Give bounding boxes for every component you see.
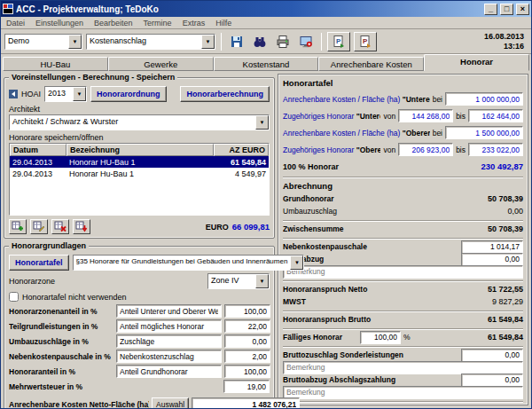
tab-anrechenbare-kosten[interactable]: Anrechenbare Kosten xyxy=(318,57,424,71)
sonderleistungen-input[interactable] xyxy=(461,349,523,362)
param-value-input[interactable] xyxy=(224,334,270,348)
param-value-input[interactable] xyxy=(224,304,270,318)
chevron-down-icon[interactable]: ▼ xyxy=(255,274,269,288)
param-desc-input[interactable] xyxy=(116,304,222,318)
param-desc-input[interactable] xyxy=(116,350,222,363)
oberer-honorar-von-input[interactable] xyxy=(398,143,453,156)
toolbar-separator xyxy=(321,33,322,51)
app-window: ACC - Projektverwaltung; TeDoKo _ □ × Da… xyxy=(0,0,532,409)
faellig-prozent-input[interactable] xyxy=(360,331,401,344)
chevron-down-icon[interactable]: ▼ xyxy=(73,87,86,101)
menu-termine[interactable]: Termine xyxy=(144,19,172,28)
nav-back-icon[interactable] xyxy=(9,90,18,98)
unterer-kosten-input[interactable] xyxy=(445,92,523,106)
oberer-honorar-label: Zugehöriges Honorar "Oberer Wert" xyxy=(283,146,380,154)
column-header-az-euro[interactable]: AZ EURO xyxy=(214,144,269,156)
close-button[interactable]: × xyxy=(516,4,529,15)
column-header-datum[interactable]: Datum xyxy=(10,144,66,156)
param-value-input[interactable] xyxy=(224,319,270,333)
param-row: Mehrwertsteuer in % xyxy=(9,380,270,393)
search-button[interactable] xyxy=(250,32,270,51)
report-button-1[interactable]: P xyxy=(327,32,350,51)
tafel-checkbox-row: Honorartafel nicht verwenden xyxy=(9,292,270,302)
save-button[interactable] xyxy=(227,32,246,51)
oberer-honorar-bis-input[interactable] xyxy=(468,143,523,156)
download-icon xyxy=(75,221,88,232)
tafel-select[interactable]: §35 Honorare für Grundleistungen bei Geb… xyxy=(73,255,305,271)
sonderleistungen-row: Bruttozuschlag Sonderleistungen xyxy=(283,350,523,360)
oberer-kosten-input[interactable] xyxy=(445,126,523,139)
umbauzuschlag-value: 0,00 xyxy=(507,207,523,216)
auswahl-button[interactable]: Auswahl xyxy=(152,397,189,408)
table-row[interactable]: 29.04.2013 Honorar Hu-Bau 1 4 549,97 xyxy=(10,168,269,179)
netto-flaeche-input[interactable] xyxy=(192,397,300,408)
nebenkosten-input[interactable] xyxy=(461,240,523,254)
param-value-input[interactable] xyxy=(223,380,270,393)
param-desc-input[interactable] xyxy=(116,365,222,378)
abschlag-input[interactable] xyxy=(461,374,523,387)
param-row: Umbauzuschläge in % xyxy=(9,334,270,348)
bemerkung-input[interactable] xyxy=(283,265,523,279)
honorarordnung-button[interactable]: Honorarordnung xyxy=(90,86,167,102)
honorarzone-select[interactable]: Zone IV ▼ xyxy=(207,273,270,289)
nebenkosten-label: Nebenkostenpauschale xyxy=(283,242,458,251)
add-honorar-button[interactable] xyxy=(9,219,27,234)
menu-einstellungen[interactable]: Einstellungen xyxy=(35,19,83,28)
export-honorar-button[interactable] xyxy=(73,219,90,234)
tab-hu-bau[interactable]: HU-Bau xyxy=(3,57,108,71)
param-value-input[interactable] xyxy=(224,350,270,363)
unterer-kosten-label: Anrechenbare Kosten / Fläche (ha) "Unter… xyxy=(283,95,430,104)
open-honorar-button[interactable] xyxy=(30,219,48,234)
mode-select[interactable]: Kostenanschlag ▼ xyxy=(86,34,215,50)
unterer-honorar-label: Zugehöriges Honorar "Unterer Wert" xyxy=(283,112,380,121)
bemerkung-input[interactable] xyxy=(283,386,523,399)
bis-label: bis xyxy=(456,112,466,121)
param-desc-input[interactable] xyxy=(116,319,222,333)
table-row[interactable]: 29.04.2013 Honorar HU-Bau 1 61 549,84 xyxy=(10,156,269,168)
architekt-select[interactable]: Architekt / Schwarz & Wurster ▼ xyxy=(9,114,270,130)
column-header-bezeichnung[interactable]: Bezeichnung xyxy=(66,144,214,156)
tab-gewerke[interactable]: Gewerke xyxy=(108,57,214,71)
menu-bearbeiten[interactable]: Bearbeiten xyxy=(94,19,133,28)
chevron-down-icon[interactable]: ▼ xyxy=(68,35,82,49)
honorar-100-value: 230 492,87 xyxy=(481,161,523,171)
honorartafel-nicht-verwenden-label: Honorartafel nicht verwenden xyxy=(22,293,127,302)
sonderleistungen-label: Bruttozuschlag Sonderleistungen xyxy=(283,350,458,359)
tab-kostenstand[interactable]: Kostenstand xyxy=(214,57,319,71)
menu-hilfe[interactable]: Hilfe xyxy=(215,19,231,28)
bemerkung-input[interactable] xyxy=(283,361,523,374)
tab-honorar[interactable]: Honorar xyxy=(424,54,529,71)
umbauzuschlag-label: Umbauzuschlag xyxy=(283,207,505,216)
chevron-down-icon[interactable]: ▼ xyxy=(201,35,215,49)
honorartafel-nicht-verwenden-checkbox[interactable] xyxy=(9,292,19,302)
menu-extras[interactable]: Extras xyxy=(183,19,206,28)
unterer-honorar-von-input[interactable] xyxy=(398,109,453,122)
honorartafel-button[interactable]: Honorartafel xyxy=(9,255,69,271)
hoai-label: HOAI xyxy=(21,90,41,98)
mwst-value: 9 827,29 xyxy=(492,297,523,306)
chevron-down-icon[interactable]: ▼ xyxy=(255,115,269,130)
param-value-input[interactable] xyxy=(224,365,270,378)
chevron-down-icon[interactable]: ▼ xyxy=(290,256,303,270)
bemerkung-row xyxy=(283,387,523,397)
honorarberechnung-button[interactable]: Honorarberechnung xyxy=(180,86,270,102)
nebenkosten-row: Nebenkostenpauschale xyxy=(283,241,523,252)
voreinstellungen-caption: Voreinstellungen - Berechnung - Speicher… xyxy=(9,73,177,82)
hoai-select[interactable]: 2013 ▼ xyxy=(44,86,87,102)
current-date: 16.08.2013 xyxy=(484,32,524,42)
nettoabzug-input[interactable] xyxy=(461,253,523,266)
report-button-2[interactable]: P xyxy=(354,32,377,51)
param-desc-input[interactable] xyxy=(116,334,222,348)
delete-honorar-button[interactable] xyxy=(51,219,69,234)
menu-datei[interactable]: Datei xyxy=(6,19,25,28)
send-button[interactable] xyxy=(296,32,316,51)
minimize-button[interactable]: _ xyxy=(484,4,497,15)
von-label: von xyxy=(383,146,395,154)
anspruch-brutto-row: Honoraranspruch Brutto 61 549,84 xyxy=(283,314,523,325)
binoculars-icon xyxy=(253,35,267,49)
datetime-display: 16.08.2013 13:16 xyxy=(484,32,528,51)
unterer-honorar-bis-input[interactable] xyxy=(468,109,523,122)
print-button[interactable] xyxy=(273,32,293,51)
project-select[interactable]: Demo ▼ xyxy=(4,34,82,50)
maximize-button[interactable]: □ xyxy=(500,4,513,15)
